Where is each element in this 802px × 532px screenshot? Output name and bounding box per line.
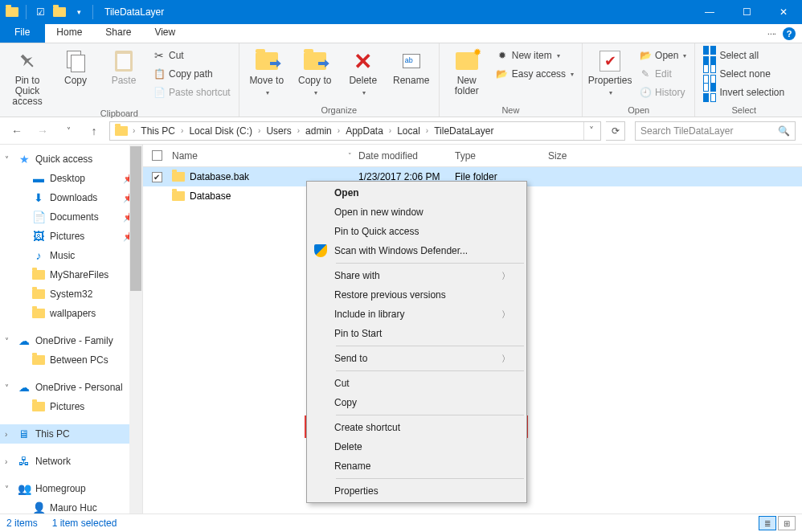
breadcrumb-dropdown-icon[interactable]: ˅ [583,122,599,140]
ctx-copy[interactable]: Copy [309,393,525,412]
pin-to-quick-access-button[interactable]: Pin to Quick access [5,45,50,107]
refresh-button[interactable]: ⟳ [606,121,625,141]
tree-desktop[interactable]: ▬Desktop📌 [0,169,142,188]
crumb-local[interactable]: Local [393,122,424,140]
ctx-include-library[interactable]: Include in library〉 [309,305,525,324]
copy-button[interactable]: Copy [53,45,98,86]
ctx-open-new-window[interactable]: Open in new window [309,203,525,222]
ctx-rename[interactable]: Rename [309,456,525,476]
tab-home[interactable]: Home [45,24,94,43]
column-name[interactable]: Name˅ [170,150,358,162]
new-folder-button[interactable]: New folder [444,45,489,96]
move-to-button[interactable]: Move to▾ [244,45,289,98]
column-size[interactable]: Size [548,150,612,162]
rename-button[interactable]: Rename [389,45,434,86]
qat-new-folder-icon[interactable] [51,3,68,21]
edit-button[interactable]: ✎Edit [636,65,689,83]
ctx-scan-defender[interactable]: Scan with Windows Defender... [309,241,525,260]
user-icon: 👤 [32,501,45,514]
select-none-button[interactable]: Select none [700,65,788,83]
tree-user[interactable]: 👤Mauro Huc [0,498,142,514]
tree-quick-access[interactable]: ˅★Quick access [0,149,142,169]
ctx-send-to[interactable]: Send to〉 [309,349,525,368]
up-button[interactable]: ↑ [84,121,104,141]
select-all-checkbox[interactable] [152,150,162,161]
recent-locations-button[interactable]: ˅ [58,121,79,141]
tab-view[interactable]: View [143,24,187,43]
view-large-icons-button[interactable]: ⊞ [778,516,796,530]
back-button[interactable]: ← [6,121,27,141]
history-button[interactable]: 🕘History [636,84,689,101]
tree-this-pc[interactable]: ›🖥This PC [0,424,142,444]
ctx-cut[interactable]: Cut [309,374,525,393]
tab-file[interactable]: File [0,24,45,43]
tree-pictures[interactable]: 🖼Pictures📌 [0,227,142,246]
select-all-button[interactable]: Select all [700,47,788,64]
ctx-share-with[interactable]: Share with〉 [309,266,525,285]
close-button[interactable]: ✕ [765,0,802,24]
onedrive-icon: ☁ [18,334,31,347]
crumb-appdata[interactable]: AppData [342,122,387,140]
tree-homegroup[interactable]: ˅👥Homegroup [0,479,142,498]
properties-button[interactable]: ✔ Properties▾ [587,45,632,98]
new-item-button[interactable]: ✹New item▾ [493,47,577,64]
tree-wallpapers[interactable]: wallpapers [0,304,142,323]
easy-access-button[interactable]: 📂Easy access▾ [493,65,577,83]
folder-icon [172,191,185,201]
tree-documents[interactable]: 📄Documents📌 [0,207,142,227]
crumb-thispc[interactable]: This PC [137,122,179,140]
tree-mysharefiles[interactable]: MyShareFiles [0,265,142,284]
tree-onedrive-personal[interactable]: ˅☁OneDrive - Personal [0,378,142,397]
ctx-properties[interactable]: Properties [309,481,525,501]
ctx-restore-versions[interactable]: Restore previous versions [309,285,525,305]
minimize-button[interactable]: — [691,0,728,24]
search-icon[interactable]: 🔍 [778,125,790,137]
shield-icon [314,244,327,257]
crumb-admin[interactable]: admin [301,122,336,140]
ribbon-collapse-icon[interactable]: ᠁ [767,29,776,39]
onedrive-icon: ☁ [18,381,31,394]
tree-network[interactable]: ›🖧Network [0,452,142,471]
address-bar: ← → ˅ ↑ › This PC› Local Disk (C:)› User… [0,117,802,145]
column-date[interactable]: Date modified [358,150,455,162]
tree-downloads[interactable]: ⬇Downloads📌 [0,188,142,207]
tree-between-pcs[interactable]: Between PCs [0,350,142,370]
search-input[interactable] [640,125,778,137]
qat-properties-icon[interactable]: ☑ [31,3,49,21]
ctx-create-shortcut[interactable]: Create shortcut [309,418,525,437]
crumb-disk[interactable]: Local Disk (C:) [185,122,256,140]
copy-to-button[interactable]: Copy to▾ [293,45,338,98]
paste-button[interactable]: Paste [101,45,146,86]
folder-icon[interactable] [3,3,21,21]
row-checkbox[interactable]: ✔ [152,172,162,182]
cut-button[interactable]: ✂Cut [149,47,234,64]
ctx-delete[interactable]: Delete [309,437,525,456]
paste-shortcut-button[interactable]: 📄Paste shortcut [149,84,234,101]
crumb-tiledatalayer[interactable]: TileDataLayer [430,122,497,140]
tree-onedrive-family[interactable]: ˅☁OneDrive - Family [0,331,142,350]
open-button[interactable]: 📂Open▾ [636,47,689,64]
sidebar-scrollbar[interactable] [129,145,142,514]
crumb-users[interactable]: Users [262,122,295,140]
tab-share[interactable]: Share [94,24,143,43]
downloads-icon: ⬇ [32,191,45,204]
search-box[interactable]: 🔍 [635,121,796,141]
view-details-button[interactable]: ≣ [759,516,776,530]
tree-od-pictures[interactable]: Pictures [0,397,142,416]
qat-dropdown-icon[interactable]: ▾ [70,3,88,21]
delete-button[interactable]: ✕ Delete▾ [341,45,386,98]
help-icon[interactable]: ? [783,27,796,40]
ribbon-group-new: New folder ✹New item▾ 📂Easy access▾ New [440,43,583,117]
ctx-pin-start[interactable]: Pin to Start [309,324,525,343]
tree-music[interactable]: ♪Music [0,246,142,265]
ctx-open[interactable]: Open [309,183,525,203]
maximize-button[interactable]: ☐ [728,0,765,24]
ctx-pin-quick-access[interactable]: Pin to Quick access [309,222,525,241]
tree-system32[interactable]: System32 [0,284,142,304]
invert-selection-button[interactable]: Invert selection [700,84,788,101]
breadcrumb[interactable]: › This PC› Local Disk (C:)› Users› admin… [109,121,601,141]
forward-button[interactable]: → [32,121,53,141]
copy-path-button[interactable]: 📋Copy path [149,65,234,83]
column-type[interactable]: Type [455,150,548,162]
invert-selection-icon [703,83,716,102]
